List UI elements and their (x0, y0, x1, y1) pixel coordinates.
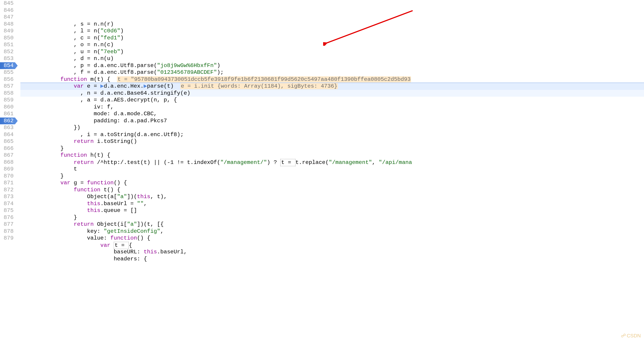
line-number[interactable]: 870 (0, 173, 15, 180)
line-number[interactable]: 850 (0, 35, 15, 42)
code-token: ( (154, 69, 157, 75)
code-line[interactable]: value: function() { (20, 235, 644, 242)
line-number[interactable]: 848 (0, 21, 15, 28)
code-line[interactable]: baseURL: this.baseUrl, (20, 249, 644, 256)
code-line[interactable]: , s = n.n(r) (20, 21, 644, 28)
code-line[interactable]: Object(a["a"])(this, t), (20, 193, 644, 200)
code-token: headers: { (114, 256, 147, 262)
line-number-gutter[interactable]: 8458468478488498508518528538548558568578… (0, 0, 15, 341)
line-number[interactable]: 852 (0, 48, 15, 55)
code-token: (r) (104, 21, 114, 27)
code-line[interactable]: , d = n.n(u) (20, 55, 644, 62)
code-line[interactable]: function m(t) { t = "95780ba0943730051dc… (20, 76, 644, 83)
code-line[interactable]: } (20, 214, 644, 221)
code-editor[interactable]: 8458468478488498508518528538548558568578… (0, 0, 644, 341)
code-content[interactable]: , s = n.n(r) , l = n("c0d6") , c = n("fe… (15, 0, 644, 341)
assignment-box: t = (114, 242, 129, 249)
line-number[interactable]: 845 (0, 0, 15, 7)
code-line[interactable]: , o = n.n(c) (20, 41, 644, 48)
code-line[interactable]: , i = a.toString(d.a.enc.Utf8); (20, 131, 644, 138)
code-line[interactable]: , l = n("c0d6") (20, 28, 644, 35)
code-line[interactable]: t (20, 166, 644, 173)
code-line[interactable]: function h(t) { (20, 152, 644, 159)
line-number[interactable]: 858 (0, 90, 15, 97)
code-token: n (100, 55, 104, 62)
code-token: replace (302, 159, 326, 166)
code-token: (e) (180, 90, 190, 96)
code-line[interactable]: key: "getInsideConfig", (20, 228, 644, 235)
line-number[interactable]: 856 (0, 76, 15, 83)
code-token: , c = (74, 35, 94, 41)
code-token: "c0d6" (100, 28, 120, 34)
code-token: ) (120, 35, 124, 41)
code-line[interactable]: , f = d.a.enc.Utf8.parse("0123456789ABCD… (20, 69, 644, 76)
code-token: "/management" (329, 159, 372, 166)
line-number[interactable]: 855 (0, 69, 15, 76)
line-number[interactable]: 866 (0, 145, 15, 152)
line-number[interactable]: 874 (0, 200, 15, 207)
code-line[interactable]: }) (20, 124, 644, 131)
code-line[interactable]: , u = n("7eeb") (20, 48, 644, 55)
code-token: ( (97, 35, 100, 41)
code-line[interactable]: return i.toString() (20, 138, 644, 145)
line-number[interactable]: 864 (0, 131, 15, 138)
code-token: , (160, 228, 164, 234)
code-line[interactable]: var e = ▶d.a.enc.Hex.▶parse(t) e = i.ini… (20, 83, 644, 90)
line-number[interactable]: 863 (0, 124, 15, 131)
line-number[interactable]: 853 (0, 55, 15, 62)
line-number[interactable]: 854 (0, 62, 15, 69)
line-number[interactable]: 879 (0, 235, 15, 242)
code-line[interactable]: var t = { (20, 242, 644, 249)
code-line[interactable]: } (20, 145, 644, 152)
line-number[interactable]: 873 (0, 193, 15, 200)
line-number[interactable]: 860 (0, 104, 15, 111)
line-number[interactable]: 847 (0, 14, 15, 21)
code-token: , i = a. (80, 132, 107, 138)
code-line[interactable]: return /^http:/.test(t) || (-1 != t.inde… (20, 159, 644, 166)
code-token: , l = (74, 28, 94, 34)
line-number[interactable]: 875 (0, 207, 15, 214)
code-line[interactable]: mode: d.a.mode.CBC, (20, 110, 644, 117)
code-line[interactable]: , a = d.a.AES.decrypt(n, p, { (20, 97, 644, 104)
line-number[interactable]: 868 (0, 159, 15, 166)
line-number[interactable]: 857 (0, 83, 15, 90)
code-token: Object(i[ (94, 221, 127, 227)
code-token: , (372, 159, 379, 166)
code-token: return (74, 221, 94, 227)
code-line[interactable]: padding: d.a.pad.Pkcs7 (20, 117, 644, 125)
line-number[interactable]: 846 (0, 7, 15, 14)
code-line[interactable]: this.baseUrl = "", (20, 200, 644, 207)
code-line[interactable]: , p = d.a.enc.Utf8.parse("jo8j9wGw%6Hbxf… (20, 62, 644, 69)
code-token: "a" (127, 221, 137, 227)
code-line[interactable]: return Object(i["a"])(t, [{ (20, 221, 644, 228)
line-number[interactable]: 851 (0, 41, 15, 48)
line-number[interactable]: 859 (0, 97, 15, 104)
code-token: function (110, 235, 137, 241)
debug-inlay: t = "95780ba0943730051dccb5fe3918f9fe1b6… (117, 76, 411, 82)
code-token: (t) || (-1 != t. (140, 159, 194, 166)
line-number[interactable]: 872 (0, 187, 15, 194)
code-line[interactable]: , c = n("fed1") (20, 35, 644, 42)
code-line[interactable]: headers: { (20, 256, 644, 263)
code-token: .queue = [] (100, 207, 137, 214)
line-number[interactable]: 876 (0, 214, 15, 221)
line-number[interactable]: 849 (0, 28, 15, 35)
line-number[interactable]: 865 (0, 138, 15, 145)
line-number[interactable]: 871 (0, 180, 15, 187)
code-line[interactable]: } (20, 173, 644, 180)
execution-marker-icon: ▶ (100, 83, 104, 90)
line-number[interactable]: 862 (0, 117, 15, 125)
line-number[interactable]: 867 (0, 152, 15, 159)
code-token: .baseUrl, (157, 249, 187, 255)
line-number[interactable]: 861 (0, 110, 15, 117)
line-number[interactable]: 877 (0, 221, 15, 228)
code-line[interactable]: var g = function() { (20, 180, 644, 187)
code-line[interactable]: iv: f, (20, 104, 644, 111)
line-number[interactable]: 878 (0, 228, 15, 235)
line-number[interactable]: 869 (0, 166, 15, 173)
code-token: n (100, 42, 104, 48)
code-line[interactable]: function t() { (20, 187, 644, 194)
code-line[interactable]: this.queue = [] (20, 207, 644, 214)
code-line[interactable]: , n = d.a.enc.Base64.stringify(e) (20, 90, 644, 97)
code-token: n (94, 28, 97, 34)
